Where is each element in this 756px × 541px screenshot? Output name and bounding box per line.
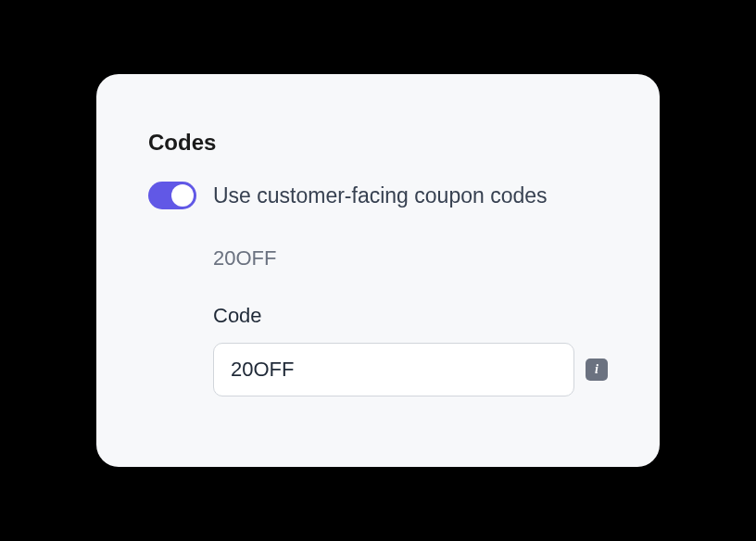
code-input[interactable] [213,343,574,396]
info-icon[interactable]: i [586,359,608,381]
code-field-label: Code [213,304,608,328]
code-input-row: i [213,343,608,396]
code-preview: 20OFF [213,246,608,270]
codes-card: Codes Use customer-facing coupon codes 2… [96,74,660,467]
coupon-toggle-row: Use customer-facing coupon codes [148,182,608,209]
code-field-group: Code i [213,304,608,396]
coupon-codes-toggle[interactable] [148,182,196,209]
toggle-label: Use customer-facing coupon codes [213,183,548,208]
toggle-thumb [171,184,194,207]
section-title: Codes [148,130,608,156]
